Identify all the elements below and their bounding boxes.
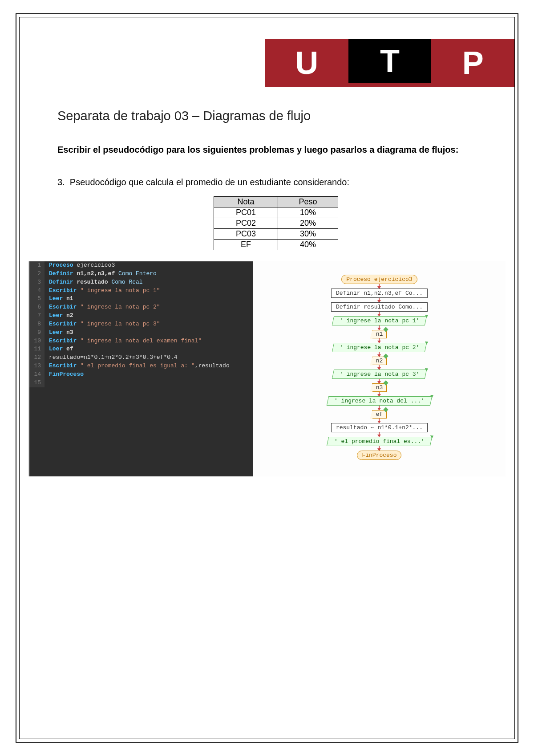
table-row: EF 40% (214, 240, 338, 250)
flowchart-declare: Definir resultado Como... (331, 302, 428, 312)
question-3: 3. Pseudocódigo que calcula el promedio … (57, 177, 494, 187)
split-panel: 1Proceso ejercicico3 2Definir n1,n2,n3,e… (28, 261, 506, 476)
table-row: PC01 10% (214, 207, 338, 218)
flowchart-connector (379, 392, 380, 396)
flowchart-input: ef (372, 410, 387, 419)
weights-table: Nota Peso PC01 10% PC02 20% PC03 30% EF … (214, 196, 338, 250)
logo-letter-u: U (295, 45, 318, 81)
flowchart-output: ' ingrese la nota pc 2' (332, 343, 427, 352)
flowchart-panel: Proceso ejercicico3 Definir n1,n2,n3,ef … (253, 261, 506, 476)
logo-letter-p: P (462, 45, 484, 81)
flowchart-connector (379, 419, 380, 423)
flowchart-input: n2 (372, 357, 387, 365)
flowchart-connector (379, 312, 380, 316)
table-row: PC02 20% (214, 218, 338, 229)
table-row: PC03 30% (214, 229, 338, 240)
flowchart-connector (379, 338, 380, 343)
flowchart-connector (379, 284, 380, 289)
flowchart-connector (379, 432, 380, 437)
question-text: Pseudocódigo que calcula el promedio de … (70, 177, 349, 187)
instructions: Escribir el pseudocódigo para los siguie… (57, 145, 494, 155)
flowchart-connector (379, 406, 380, 410)
page-border-inner: U T P Separata de trabajo 03 – Diagramas… (19, 17, 515, 739)
pseudocode-panel: 1Proceso ejercicico3 2Definir n1,n2,n3,e… (29, 261, 253, 476)
logo-letter-t: T (380, 43, 400, 79)
flowchart-output: ' ingrese la nota del ...' (327, 396, 432, 406)
flowchart-input: n3 (372, 383, 387, 392)
flowchart-output: ' el promedio final es...' (327, 437, 432, 446)
flowchart-connector (379, 446, 380, 451)
flowchart-process: resultado ← n1*0.1+n2*... (331, 423, 428, 432)
flowchart-connector (379, 325, 380, 330)
flowchart-connector (379, 379, 380, 383)
th-nota: Nota (214, 197, 278, 207)
flowchart-declare: Definir n1,n2,n3,ef Co... (331, 289, 428, 298)
flowchart-connector (379, 352, 380, 357)
flowchart-input: n1 (372, 330, 387, 338)
utp-logo: U T P (265, 39, 514, 87)
flowchart-output: ' ingrese la nota pc 1' (332, 316, 427, 325)
flowchart-connector (379, 298, 380, 302)
flowchart-output: ' ingrese la nota pc 3' (332, 370, 427, 379)
question-number: 3. (57, 177, 65, 187)
th-peso: Peso (278, 197, 338, 207)
flowchart-connector (379, 365, 380, 370)
page-title: Separata de trabajo 03 – Diagramas de fl… (57, 109, 494, 123)
flowchart-end: FinProceso (357, 451, 401, 460)
flowchart-start: Proceso ejercicico3 (341, 275, 417, 284)
